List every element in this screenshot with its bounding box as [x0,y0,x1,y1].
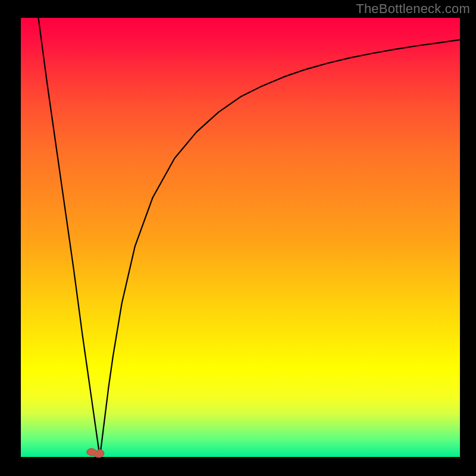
plot-area [21,18,460,457]
marker-bean-shape [87,448,104,457]
watermark-text: TheBottleneck.com [356,1,470,17]
bottleneck-curve [39,18,460,457]
minimum-marker [85,446,105,460]
curve-layer [21,18,460,457]
chart-frame: TheBottleneck.com [0,0,476,476]
